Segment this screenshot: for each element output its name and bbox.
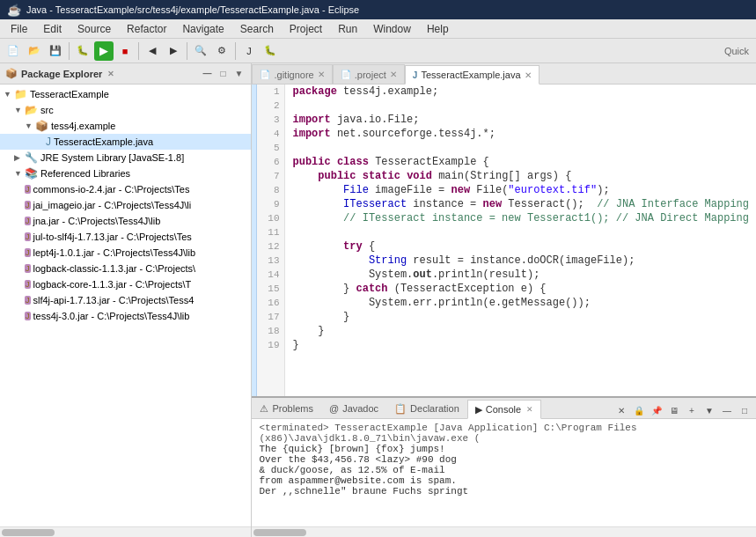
list-item[interactable]: J lept4j-1.0.1.jar - C:\Projects\Tess4J\… [0,245,251,261]
menu-refactor[interactable]: Refactor [120,21,173,37]
tab-tesseract-java[interactable]: J TesseractExample.java ✕ [405,65,539,85]
tree-item-src[interactable]: ▼ 📂 src [0,102,251,118]
list-item[interactable]: J logback-core-1.1.3.jar - C:\Projects\T [0,276,251,292]
tree-toggle[interactable]: ▼ [4,90,12,99]
tree-label: src [40,105,54,115]
java-perspective-button[interactable]: J [239,41,259,61]
quick-access-label: Quick [721,46,752,56]
jar-icon: J [25,201,31,210]
open-button[interactable]: 📂 [25,41,44,61]
menu-window[interactable]: Window [366,21,418,37]
tree-toggle[interactable]: ▼ [14,169,23,178]
hscrollbar-thumb[interactable] [2,529,55,536]
menu-navigate[interactable]: Navigate [175,21,231,37]
stop-button[interactable]: ■ [115,41,135,61]
line-num-12: 12 [262,239,279,254]
maximize-panel-button[interactable]: □ [216,67,230,81]
title-bar: ☕ Java - TesseractExample/src/tess4j/exa… [0,0,756,19]
next-button[interactable]: ▶ [164,41,183,61]
bottom-hscrollbar-thumb[interactable] [253,529,306,536]
list-item[interactable]: J jul-to-slf4j-1.7.13.jar - C:\Projects\… [0,229,251,245]
tree-toggle[interactable]: ▼ [14,106,23,114]
code-line-9: ITesseract instance = new Tesseract(); /… [292,197,749,211]
prev-button[interactable]: ◀ [143,41,162,61]
tab-console[interactable]: ▶ Console ✕ [467,400,541,419]
list-item[interactable]: J tess4j-3.0.jar - C:\Projects\Tess4J\li… [0,308,251,324]
jar-icon: J [25,312,31,320]
tab-close-button[interactable]: ✕ [318,70,325,79]
tab-close-button[interactable]: ✕ [525,70,532,80]
new-button[interactable]: 📄 [4,41,23,61]
jar-icon: J [25,248,31,257]
panel-title: Package Explorer [21,69,102,79]
code-content[interactable]: package tess4j.example; import java.io.F… [285,85,756,396]
left-panel-hscrollbar[interactable] [0,526,251,537]
run-button[interactable]: ▶ [94,41,114,61]
tab-close-button[interactable]: ✕ [390,70,397,79]
menu-help[interactable]: Help [420,21,456,37]
console-menu-button[interactable]: ▼ [701,402,717,418]
jar-icon: J [25,280,31,289]
list-item[interactable]: J logback-classic-1.1.3.jar - C:\Project… [0,261,251,276]
code-editor[interactable]: 1 2 3 4 5 6 7 8 9 10 11 12 13 14 [257,85,756,396]
debug-button[interactable]: 🐛 [73,41,92,61]
tab-problems[interactable]: ⚠ Problems [252,399,320,418]
tree-item-tesseract-example[interactable]: ▼ 📁 TesseractExample [0,86,251,102]
tree-item-jre[interactable]: ▶ 🔧 JRE System Library [JavaSE-1.8] [0,150,251,166]
jre-icon: 🔧 [25,151,38,164]
menu-file[interactable]: File [4,21,34,37]
view-menu-button[interactable]: ▼ [231,67,246,81]
problems-icon: ⚠ [260,403,268,415]
maximize-bottom-button[interactable]: □ [737,402,752,418]
jar-icon: J [25,264,31,273]
code-line-4: import net.sourceforge.tess4j.*; [292,127,749,141]
new-console-button[interactable]: + [684,402,700,418]
code-line-19: } [292,338,749,352]
open-console-button[interactable]: 🖥 [666,402,682,418]
clear-console-button[interactable]: ✕ [613,402,629,418]
list-item[interactable]: J slf4j-api-1.7.13.jar - C:\Projects\Tes… [0,292,251,308]
menu-project[interactable]: Project [283,21,329,37]
save-button[interactable]: 💾 [46,41,65,61]
preferences-button[interactable]: ⚙ [212,41,231,61]
menu-edit[interactable]: Edit [36,21,69,37]
list-item[interactable]: J commons-io-2.4.jar - C:\Projects\Tes [0,181,251,197]
list-item[interactable]: J jna.jar - C:\Projects\Tess4J\lib [0,213,251,229]
pin-console-button[interactable]: 📌 [649,402,664,418]
tab-project[interactable]: 📄 .project ✕ [333,64,405,84]
tab-javadoc[interactable]: @ Javadoc [321,399,386,418]
menu-source[interactable]: Source [70,21,118,37]
package-icon: 📦 [5,68,18,79]
bottom-hscrollbar[interactable] [252,526,756,537]
minimize-panel-button[interactable]: — [200,67,214,81]
toolbar-sep-1 [69,42,70,60]
bottom-tabs: ⚠ Problems @ Javadoc 📋 Declaration ▶ Con… [252,398,756,419]
debug-perspective-button[interactable]: 🐛 [261,41,280,61]
tab-gitignore[interactable]: 📄 .gitignore ✕ [252,64,332,84]
list-item[interactable]: J jai_imageio.jar - C:\Projects\Tess4J\l… [0,197,251,213]
minimize-bottom-button[interactable]: — [719,402,735,418]
tree-item-java-file[interactable]: ▶ J TesseractExample.java [0,134,251,150]
menu-search[interactable]: Search [233,21,281,37]
console-icon: ▶ [475,404,482,416]
package-explorer-header: 📦 Package Explorer ✕ — □ ▼ [0,63,251,85]
search-button[interactable]: 🔍 [191,41,210,61]
panel-actions: — □ ▼ [200,67,246,81]
tab-icon: 📄 [260,70,270,79]
tree-toggle[interactable]: ▼ [25,121,33,130]
line-num-14: 14 [262,268,279,282]
console-line-1: The {quick} [brown] {fox} jumps! [259,444,749,454]
console-actions: ✕ 🔒 📌 🖥 + ▼ — □ [613,402,756,418]
tree-item-package[interactable]: ▼ 📦 tess4j.example [0,118,251,134]
tree-toggle[interactable]: ▶ [14,153,23,162]
tree-label: jai_imageio.jar - C:\Projects\Tess4J\li [33,200,192,210]
project-icon: 📁 [14,88,27,100]
scroll-lock-button[interactable]: 🔒 [631,402,647,418]
line-num-3: 3 [262,113,279,127]
toolbar-sep-2 [138,42,139,60]
console-tab-close[interactable]: ✕ [526,405,533,414]
javadoc-icon: @ [329,403,339,414]
tree-item-reflibs[interactable]: ▼ 📚 Referenced Libraries [0,166,251,181]
menu-run[interactable]: Run [331,21,364,37]
tab-declaration[interactable]: 📋 Declaration [386,399,467,418]
